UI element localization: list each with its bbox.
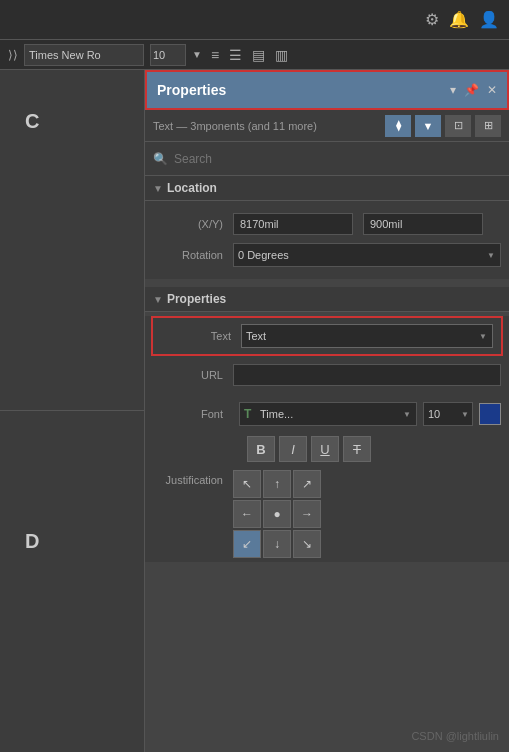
toolbar-extra-icon[interactable]: ▥ <box>272 46 291 64</box>
font-name-select-wrapper: T Time... <box>239 402 417 426</box>
search-input[interactable] <box>174 152 501 166</box>
text-label: Text <box>161 330 241 342</box>
toolbar-row: ⟩⟩ ▼ ≡ ☰ ▤ ▥ <box>0 40 509 70</box>
just-middle-left[interactable]: ← <box>233 500 261 528</box>
xy-label: (X/Y) <box>153 218 233 230</box>
filter-action-button2[interactable]: ⊞ <box>475 115 501 137</box>
location-section-label: Location <box>167 181 217 195</box>
toolbar-align-icon[interactable]: ≡ <box>208 46 222 64</box>
x-value-input[interactable] <box>233 213 353 235</box>
filter-buttons: ⧫ ▼ ⊡ ⊞ <box>385 115 501 137</box>
font-color-swatch[interactable] <box>479 403 501 425</box>
panel-header-icons: ▾ 📌 ✕ <box>450 83 497 97</box>
font-size-select[interactable]: 10 12 <box>423 402 473 426</box>
left-sidebar: C D <box>0 70 145 752</box>
text-select[interactable]: Text <box>241 324 493 348</box>
just-top-left[interactable]: ↖ <box>233 470 261 498</box>
sidebar-divider <box>0 410 144 411</box>
url-row: URL <box>145 360 509 390</box>
panel-close-icon[interactable]: ✕ <box>487 83 497 97</box>
toolbar-font-indicator: ⟩⟩ <box>8 48 18 62</box>
toolbar-icons: ≡ ☰ ▤ ▥ <box>208 46 291 64</box>
font-size-arrow[interactable]: ▼ <box>192 49 202 60</box>
text-select-wrapper: Text <box>241 324 493 348</box>
rotation-select-wrapper: 0 Degrees 90 Degrees 180 Degrees 270 Deg… <box>233 243 501 267</box>
just-bottom-center[interactable]: ↓ <box>263 530 291 558</box>
toolbar-list-icon[interactable]: ☰ <box>226 46 245 64</box>
properties-content: Text Text URL Font T Time... <box>145 316 509 562</box>
italic-button[interactable]: I <box>279 436 307 462</box>
rotation-label: Rotation <box>153 249 233 261</box>
just-middle-center[interactable]: ● <box>263 500 291 528</box>
font-label: Font <box>153 408 233 420</box>
filter-funnel-button[interactable]: ⧫ <box>385 115 411 137</box>
url-input[interactable] <box>233 364 501 386</box>
just-bottom-left[interactable]: ↙ <box>233 530 261 558</box>
sidebar-letter-c: C <box>25 110 39 133</box>
top-bar: ⚙ 🔔 👤 <box>0 0 509 40</box>
search-icon: 🔍 <box>153 152 168 166</box>
bold-button[interactable]: B <box>247 436 275 462</box>
just-middle-right[interactable]: → <box>293 500 321 528</box>
font-size-select-wrapper: 10 12 <box>423 402 473 426</box>
search-row: 🔍 <box>145 142 509 176</box>
filter-row: Text — 3mponents (and 11 more) ⧫ ▼ ⊡ ⊞ <box>145 110 509 142</box>
underline-button[interactable]: U <box>311 436 339 462</box>
properties-collapse-icon[interactable]: ▼ <box>153 294 163 305</box>
justification-row: Justification ↖ ↑ ↗ ← ● → ↙ ↓ ↘ <box>145 466 509 562</box>
sidebar-letter-d: D <box>25 530 39 553</box>
url-label: URL <box>153 369 233 381</box>
justification-label: Justification <box>153 470 233 486</box>
filter-text: Text — 3mponents (and 11 more) <box>153 120 317 132</box>
location-collapse-icon[interactable]: ▼ <box>153 183 163 194</box>
justification-grid: ↖ ↑ ↗ ← ● → ↙ ↓ ↘ <box>233 470 321 558</box>
text-row: Text Text <box>151 316 503 356</box>
filter-dropdown-button[interactable]: ▼ <box>415 115 441 137</box>
just-bottom-right[interactable]: ↘ <box>293 530 321 558</box>
xy-row: (X/Y) <box>145 209 509 239</box>
font-t-icon: T <box>244 407 251 421</box>
filter-action-button1[interactable]: ⊡ <box>445 115 471 137</box>
properties-section-header: ▼ Properties <box>145 287 509 312</box>
panel-pin-icon[interactable]: 📌 <box>464 83 479 97</box>
font-name-select[interactable]: Time... <box>239 402 417 426</box>
properties-section-label: Properties <box>167 292 226 306</box>
rotation-select[interactable]: 0 Degrees 90 Degrees 180 Degrees 270 Deg… <box>233 243 501 267</box>
toolbar-font-name[interactable] <box>24 44 144 66</box>
footer-text: CSDN @lightliulin <box>411 730 499 742</box>
properties-panel: Properties ▾ 📌 ✕ Text — 3mponents (and 1… <box>145 70 509 752</box>
just-top-right[interactable]: ↗ <box>293 470 321 498</box>
section-separator <box>145 279 509 287</box>
panel-dropdown-icon[interactable]: ▾ <box>450 83 456 97</box>
location-content: (X/Y) Rotation 0 Degrees 90 Degrees 180 … <box>145 201 509 279</box>
rotation-row: Rotation 0 Degrees 90 Degrees 180 Degree… <box>145 239 509 271</box>
location-section-header: ▼ Location <box>145 176 509 201</box>
toolbar-more-icon[interactable]: ▤ <box>249 46 268 64</box>
bell-icon[interactable]: 🔔 <box>449 10 469 29</box>
y-value-input[interactable] <box>363 213 483 235</box>
format-row: B I U T <box>145 432 509 466</box>
strikethrough-button[interactable]: T <box>343 436 371 462</box>
gear-icon[interactable]: ⚙ <box>425 10 439 29</box>
user-icon[interactable]: 👤 <box>479 10 499 29</box>
panel-header: Properties ▾ 📌 ✕ <box>145 70 509 110</box>
just-top-center[interactable]: ↑ <box>263 470 291 498</box>
toolbar-font-size[interactable] <box>150 44 186 66</box>
panel-title: Properties <box>157 82 226 98</box>
font-row: Font T Time... 10 12 <box>145 396 509 432</box>
